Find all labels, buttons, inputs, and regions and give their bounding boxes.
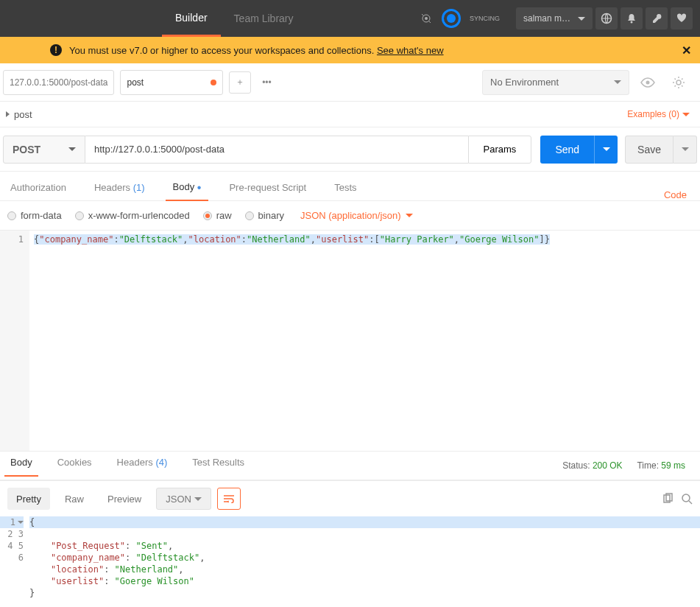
unsaved-indicator-icon — [211, 80, 216, 85]
resp-tab-headers[interactable]: Headers (4) — [111, 457, 174, 475]
svg-point-6 — [646, 80, 650, 84]
app-header: Builder Team Library SYNCING salman m… — [0, 0, 700, 37]
lang-select[interactable]: JSON — [156, 488, 211, 510]
request-tab-2[interactable]: post — [120, 70, 223, 95]
wrench-icon[interactable] — [646, 7, 668, 29]
save-options[interactable] — [674, 136, 697, 164]
tab-tests[interactable]: Tests — [327, 182, 364, 200]
resp-tab-testresults[interactable]: Test Results — [186, 457, 250, 475]
globe-icon[interactable] — [595, 7, 618, 29]
view-raw[interactable]: Raw — [56, 488, 93, 510]
environment-gear-button[interactable] — [666, 70, 691, 95]
chevron-down-icon — [603, 147, 610, 151]
sync-spinner-icon — [442, 9, 461, 28]
banner-link[interactable]: See what's new — [377, 45, 444, 56]
tab-team-library[interactable]: Team Library — [221, 0, 307, 37]
url-input[interactable] — [85, 136, 468, 164]
tab-options-button[interactable]: ••• — [255, 71, 277, 94]
banner-text: You must use v7.0 or higher to access yo… — [69, 45, 444, 56]
chevron-down-icon — [68, 147, 76, 151]
request-tabs-bar: 127.0.0.1:5000/post-data post ＋ ••• No E… — [0, 63, 700, 102]
resp-tab-body[interactable]: Body — [4, 457, 38, 477]
search-icon[interactable] — [681, 493, 693, 505]
satellite-icon[interactable] — [420, 12, 433, 25]
chevron-down-icon — [406, 214, 413, 217]
radio-urlencoded[interactable]: x-www-form-urlencoded — [75, 210, 190, 221]
response-body-viewer[interactable]: { "Post_Request": "Sent", "company_name"… — [29, 516, 700, 599]
triangle-right-icon — [6, 111, 10, 117]
tab-body[interactable]: Body • — [166, 181, 209, 201]
svg-point-1 — [425, 17, 428, 20]
bell-icon[interactable] — [621, 7, 643, 29]
tab-headers[interactable]: Headers (1) — [87, 182, 152, 200]
resp-tab-cookies[interactable]: Cookies — [52, 457, 98, 475]
request-gutter: 1 — [0, 231, 29, 451]
line-wrap-button[interactable] — [217, 488, 241, 510]
request-tab-1[interactable]: 127.0.0.1:5000/post-data — [3, 70, 114, 95]
copy-icon[interactable] — [662, 493, 674, 505]
response-meta: Status: 200 OK Time: 59 ms — [562, 460, 696, 471]
tab-prerequest[interactable]: Pre-request Script — [222, 182, 314, 200]
upgrade-banner: ! You must use v7.0 or higher to access … — [0, 37, 700, 63]
chevron-down-icon — [682, 147, 689, 151]
view-pretty[interactable]: Pretty — [7, 488, 50, 510]
alert-icon: ! — [50, 44, 62, 56]
new-tab-button[interactable]: ＋ — [229, 71, 251, 94]
tab-builder[interactable]: Builder — [162, 0, 221, 37]
user-name: salman m… — [523, 13, 570, 24]
user-menu[interactable]: salman m… — [516, 7, 593, 29]
radio-raw[interactable]: raw — [203, 210, 232, 221]
chevron-down-icon — [194, 497, 202, 501]
chevron-down-icon — [614, 80, 621, 84]
banner-close[interactable]: ✕ — [682, 43, 691, 57]
request-row: POST Params Send Save — [0, 127, 700, 172]
send-options[interactable] — [594, 136, 618, 164]
svg-line-3 — [428, 21, 431, 23]
svg-line-2 — [422, 14, 424, 16]
breadcrumb: post — [0, 102, 38, 127]
svg-point-10 — [682, 494, 690, 502]
svg-line-11 — [689, 501, 692, 504]
save-button[interactable]: Save — [625, 136, 674, 164]
radio-binary[interactable]: binary — [245, 210, 284, 221]
content-type-select[interactable]: JSON (application/json) — [300, 210, 413, 221]
code-link[interactable]: Code — [664, 189, 697, 200]
request-body-editor[interactable]: {"company_name":"Delftstack","location":… — [29, 231, 700, 451]
fold-icon[interactable] — [18, 521, 24, 524]
params-button[interactable]: Params — [468, 136, 532, 164]
active-dot-icon: • — [197, 181, 202, 194]
heart-icon[interactable] — [671, 7, 693, 29]
send-button[interactable]: Send — [540, 136, 594, 164]
chevron-down-icon — [578, 17, 585, 21]
sync-status: SYNCING — [470, 15, 500, 22]
view-preview[interactable]: Preview — [99, 488, 150, 510]
chevron-down-icon — [682, 113, 690, 116]
svg-point-7 — [676, 80, 681, 85]
examples-dropdown[interactable]: Examples (0) — [627, 102, 700, 127]
response-gutter: 1 2 3 4 5 6 — [0, 516, 29, 599]
http-method-select[interactable]: POST — [3, 136, 85, 164]
svg-point-5 — [631, 21, 633, 24]
environment-select[interactable]: No Environment — [482, 70, 629, 95]
environment-eye-button[interactable] — [635, 70, 660, 95]
tab-authorization[interactable]: Authorization — [3, 182, 74, 200]
radio-form-data[interactable]: form-data — [7, 210, 62, 221]
